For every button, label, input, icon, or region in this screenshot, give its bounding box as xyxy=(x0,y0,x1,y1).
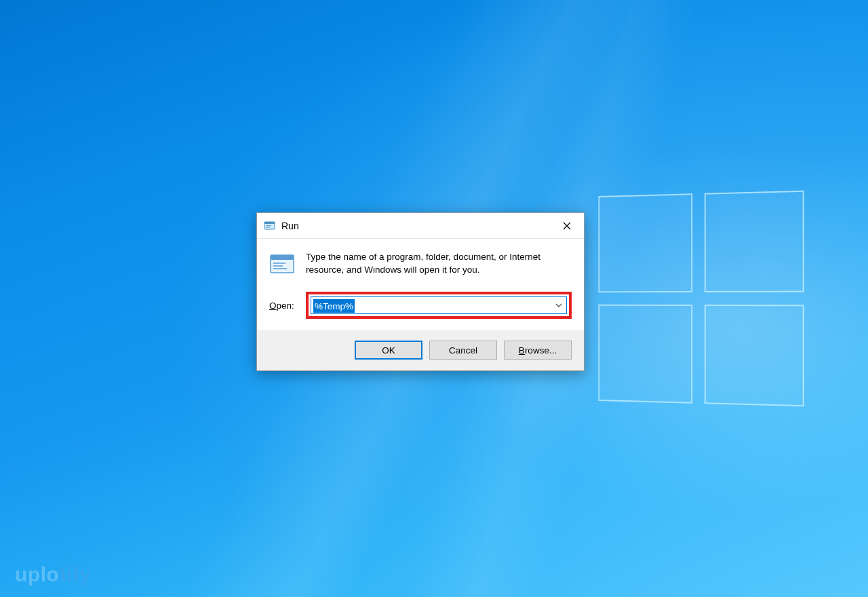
close-button[interactable] xyxy=(550,213,584,239)
svg-rect-7 xyxy=(271,255,294,260)
watermark: uplotify xyxy=(15,563,91,586)
run-dialog: Run Type the name of a program, folder, … xyxy=(256,212,585,371)
windows-logo xyxy=(598,191,804,407)
open-combobox[interactable]: %Temp% xyxy=(311,296,567,314)
ok-button[interactable]: OK xyxy=(355,341,422,360)
titlebar-title: Run xyxy=(281,220,550,231)
dialog-body: Type the name of a program, folder, docu… xyxy=(257,239,584,330)
annotation-highlight: %Temp% xyxy=(306,292,572,319)
svg-rect-3 xyxy=(266,227,270,228)
button-bar: OK Cancel Browse... xyxy=(257,330,584,370)
dialog-description: Type the name of a program, folder, docu… xyxy=(306,251,572,277)
svg-rect-10 xyxy=(273,268,287,269)
svg-rect-8 xyxy=(273,263,285,264)
svg-rect-2 xyxy=(266,225,271,226)
open-label: Open: xyxy=(269,301,298,311)
titlebar[interactable]: Run xyxy=(257,213,584,239)
open-input-value[interactable]: %Temp% xyxy=(313,299,355,313)
chevron-down-icon xyxy=(555,303,562,307)
svg-rect-9 xyxy=(273,265,283,267)
close-icon xyxy=(563,222,571,230)
run-titlebar-icon xyxy=(264,220,276,231)
combobox-dropdown-arrow[interactable] xyxy=(551,297,566,313)
svg-rect-1 xyxy=(264,222,275,224)
cancel-button[interactable]: Cancel xyxy=(429,341,497,360)
browse-button[interactable]: Browse... xyxy=(504,341,572,360)
run-program-icon xyxy=(269,252,296,277)
